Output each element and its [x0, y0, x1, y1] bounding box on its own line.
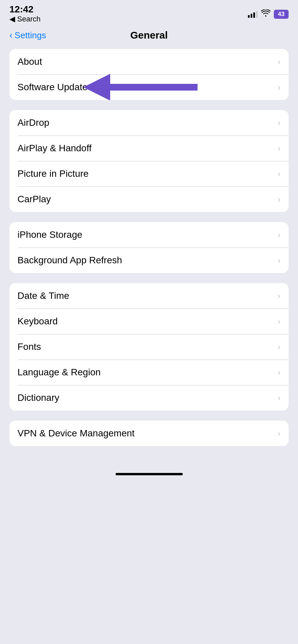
status-right: 43 [248, 9, 289, 19]
signal-icon [248, 10, 258, 18]
settings-row-language-region[interactable]: Language & Region › [9, 360, 289, 385]
settings-row-fonts[interactable]: Fonts › [9, 334, 289, 360]
home-bar [116, 473, 183, 475]
chevron-right-icon: › [278, 194, 281, 205]
chevron-right-icon: › [278, 57, 281, 67]
settings-row-airplay-handoff[interactable]: AirPlay & Handoff › [9, 136, 289, 161]
status-time: 12:42 [9, 5, 41, 14]
settings-group-1: About › Software Update › [9, 49, 289, 100]
settings-row-keyboard[interactable]: Keyboard › [9, 309, 289, 334]
software-update-label: Software Update [17, 82, 88, 93]
status-search: ◀ Search [9, 15, 41, 23]
chevron-right-icon: › [278, 428, 281, 439]
settings-group-5: VPN & Device Management › [9, 421, 289, 446]
wifi-icon [261, 9, 270, 19]
battery-indicator: 43 [274, 10, 289, 19]
chevron-right-icon: › [278, 169, 281, 179]
settings-group-2: AirDrop › AirPlay & Handoff › Picture in… [9, 110, 289, 212]
settings-row-background-app-refresh[interactable]: Background App Refresh › [9, 248, 289, 273]
chevron-right-icon: › [278, 118, 281, 128]
settings-row-carplay[interactable]: CarPlay › [9, 186, 289, 212]
chevron-right-icon: › [278, 393, 281, 403]
nav-bar: ‹ Settings General [0, 26, 298, 46]
settings-row-date-time[interactable]: Date & Time › [9, 283, 289, 309]
chevron-right-icon: › [278, 143, 281, 154]
carplay-label: CarPlay [17, 194, 51, 205]
about-label: About [17, 56, 42, 67]
page-title: General [130, 30, 168, 41]
home-indicator [0, 466, 298, 479]
chevron-right-icon: › [278, 316, 281, 327]
settings-group-4: Date & Time › Keyboard › Fonts › Languag… [9, 283, 289, 411]
background-app-refresh-label: Background App Refresh [17, 255, 122, 266]
back-button[interactable]: ‹ Settings [9, 30, 46, 41]
chevron-right-icon: › [278, 82, 281, 93]
settings-row-about[interactable]: About › [9, 49, 289, 74]
airdrop-label: AirDrop [17, 117, 49, 128]
airplay-handoff-label: AirPlay & Handoff [17, 143, 92, 154]
status-left: 12:42 ◀ Search [9, 5, 41, 23]
keyboard-label: Keyboard [17, 316, 58, 327]
back-chevron-icon: ‹ [9, 30, 12, 41]
fonts-label: Fonts [17, 341, 41, 352]
settings-group-3: iPhone Storage › Background App Refresh … [9, 222, 289, 273]
chevron-right-icon: › [278, 291, 281, 301]
settings-row-iphone-storage[interactable]: iPhone Storage › [9, 222, 289, 248]
purple-arrow [83, 72, 198, 100]
settings-row-airdrop[interactable]: AirDrop › [9, 110, 289, 136]
status-bar: 12:42 ◀ Search 43 [0, 0, 298, 26]
settings-content: About › Software Update › AirDrop › AirP… [0, 46, 298, 466]
settings-row-vpn-device-management[interactable]: VPN & Device Management › [9, 421, 289, 446]
back-label: Settings [14, 30, 46, 41]
chevron-right-icon: › [278, 230, 281, 240]
date-time-label: Date & Time [17, 290, 69, 301]
iphone-storage-label: iPhone Storage [17, 229, 82, 240]
chevron-right-icon: › [278, 255, 281, 266]
settings-row-dictionary[interactable]: Dictionary › [9, 385, 289, 411]
picture-in-picture-label: Picture in Picture [17, 168, 89, 179]
svg-marker-0 [83, 74, 198, 100]
dictionary-label: Dictionary [17, 392, 59, 403]
chevron-right-icon: › [278, 367, 281, 378]
vpn-device-management-label: VPN & Device Management [17, 428, 135, 439]
chevron-right-icon: › [278, 342, 281, 352]
settings-row-picture-in-picture[interactable]: Picture in Picture › [9, 161, 289, 186]
settings-row-software-update[interactable]: Software Update › [9, 74, 289, 100]
language-region-label: Language & Region [17, 367, 101, 378]
